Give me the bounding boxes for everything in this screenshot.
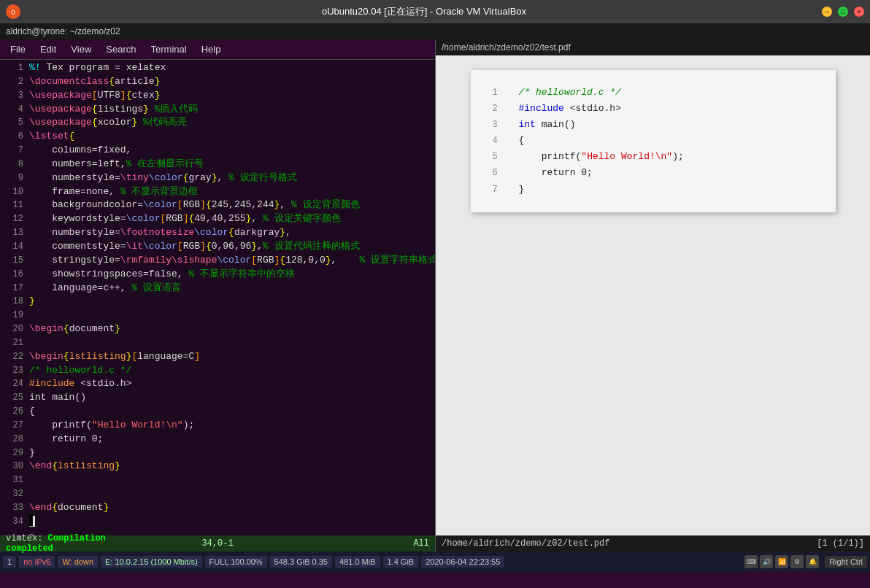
table-row: 22 \begin{lstlisting}[language=C]	[0, 350, 435, 364]
code-lines: 1 %! Tex program = xelatex 2 \documentcl…	[0, 60, 435, 535]
table-row: 13 numberstyle=\footnotesize\color{darkg…	[0, 226, 435, 240]
list-item: 6 return 0;	[493, 165, 814, 181]
table-row: 14 commentstyle=\it\color[RGB]{0,96,96},…	[0, 240, 435, 254]
taskbar-status-swap: 481.0 MiB	[335, 556, 380, 568]
table-row: 30 \end{lstlisting}	[0, 460, 435, 473]
vim-editor-panel: File Edit View Search Terminal Help 1 %!…	[0, 39, 435, 552]
table-row: 6 \lstset{	[0, 130, 435, 144]
pdf-page-indicator: [1 (1/1)]	[817, 538, 864, 549]
vim-statusbar: vimtex: Compilation completed 34,0-1 All	[0, 535, 435, 552]
table-row: 31	[0, 473, 435, 487]
table-row: 3 \usepackage[UTF8]{ctex}	[0, 89, 435, 103]
table-row: 32	[0, 487, 435, 501]
taskbar-right-ctrl: Right Ctrl	[825, 556, 867, 568]
table-row: 27 printf("Hello World!\n");	[0, 419, 435, 433]
taskbar-status-battery: FULL 100.00%	[205, 556, 267, 568]
minimize-button[interactable]: –	[822, 7, 832, 17]
pdf-titlebar: /home/aldrich/zdemo/z02/test.pdf	[436, 39, 870, 55]
menu-edit[interactable]: Edit	[33, 41, 63, 58]
table-row: 18 }	[0, 295, 435, 309]
table-row: 20 \begin{document}	[0, 322, 435, 336]
table-row: 8 numbers=left,% 在左侧显示行号	[0, 158, 435, 171]
table-row: 1 %! Tex program = xelatex	[0, 61, 435, 75]
list-item: 1 /* helloworld.c */	[493, 85, 814, 101]
table-row: 28 return 0;	[0, 433, 435, 446]
app-icon: o	[6, 4, 20, 19]
tray-icon-4[interactable]: ⚙	[790, 555, 804, 568]
taskbar-status-disk: 548.3 GiB 0.35	[270, 556, 332, 568]
table-row: 10 frame=none, % 不显示背景边框	[0, 185, 435, 199]
pdf-viewer-panel: /home/aldrich/zdemo/z02/test.pdf 1 /* he…	[435, 39, 870, 552]
vim-status-center: 34,0-1	[147, 538, 288, 549]
table-row: 33 \end{document}	[0, 501, 435, 515]
table-row: 21	[0, 336, 435, 350]
list-item: 4 {	[493, 133, 814, 149]
list-item: 3 int main()	[493, 117, 814, 133]
table-row: 5 \usepackage{xcolor} %代码高亮	[0, 116, 435, 130]
window-controls: – □ ×	[822, 7, 864, 17]
pdf-statusbar: /home/aldrich/zdemo/z02/test.pdf [1 (1/1…	[436, 535, 870, 552]
table-row: 7 columns=fixed,	[0, 144, 435, 158]
table-row: 24 #include <stdio.h>	[0, 377, 435, 391]
taskbar-status-wifi: W: down	[58, 556, 98, 568]
taskbar-status-eth: E: 10.0.2.15 (1000 Mbit/s)	[101, 556, 202, 568]
tray-icon-2[interactable]: 🔊	[760, 555, 773, 568]
table-row: 9 numberstyle=\tiny\color{gray}, % 设定行号格…	[0, 171, 435, 185]
table-row: 16 showstringspaces=false, % 不显示字符串中的空格	[0, 268, 435, 282]
close-button[interactable]: ×	[854, 7, 864, 17]
taskbar-status-ipv6: no IPv6	[19, 556, 55, 568]
table-row: 29 }	[0, 446, 435, 460]
taskbar-status-mem: 1.4 GiB	[383, 556, 419, 568]
table-row: 4 \usepackage{listings} %插入代码	[0, 103, 435, 117]
table-row: 19	[0, 309, 435, 322]
list-item: 2 #include <stdio.h>	[493, 101, 814, 117]
pdf-content-area: 1 /* helloworld.c */ 2 #include <stdio.h…	[436, 55, 870, 535]
menubar: File Edit View Search Terminal Help	[0, 39, 435, 60]
list-item: 5 printf("Hello World!\n");	[493, 149, 814, 165]
window-title: oUbuntu20.04 [正在运行] - Oracle VM VirtualB…	[26, 5, 822, 18]
vim-status-right: All	[288, 538, 429, 549]
tray-icon-5[interactable]: 🔔	[806, 555, 819, 568]
menu-search[interactable]: Search	[99, 41, 143, 58]
table-row: 23 /* helloworld.c */	[0, 364, 435, 378]
list-item: 7 }	[493, 182, 814, 198]
titlebar: o oUbuntu20.04 [正在运行] - Oracle VM Virtua…	[0, 0, 870, 23]
terminal-path: aldrich@tyrone: ~/zdemo/z02	[6, 26, 120, 36]
table-row: 34 ▋	[0, 515, 435, 529]
menu-view[interactable]: View	[63, 41, 99, 58]
menu-help[interactable]: Help	[194, 41, 228, 58]
table-row: 26 {	[0, 405, 435, 419]
table-row: 12 keywordstyle=\color[RGB]{40,40,255}, …	[0, 212, 435, 226]
pdf-page: 1 /* helloworld.c */ 2 #include <stdio.h…	[471, 70, 836, 212]
table-row: 25 int main()	[0, 391, 435, 405]
taskbar-desktop-num[interactable]: 1	[3, 556, 16, 568]
tray-icon-3[interactable]: 📶	[775, 555, 788, 568]
menu-terminal[interactable]: Terminal	[144, 41, 194, 58]
main-content: File Edit View Search Terminal Help 1 %!…	[0, 39, 870, 552]
terminal-pathbar: aldrich@tyrone: ~/zdemo/z02	[0, 23, 870, 39]
vim-status-left: vimtex: Compilation completed	[6, 533, 147, 554]
tray-icon-1[interactable]: ⌨	[744, 555, 758, 568]
pdf-path-label: /home/aldrich/zdemo/z02/test.pdf	[442, 42, 571, 53]
pdf-status-path: /home/aldrich/zdemo/z02/test.pdf	[442, 538, 609, 549]
table-row: 17 language=c++, % 设置语言	[0, 282, 435, 295]
code-editor-area[interactable]: 1 %! Tex program = xelatex 2 \documentcl…	[0, 60, 435, 535]
table-row: 2 \documentclass{article}	[0, 75, 435, 89]
taskbar: 1 no IPv6 W: down E: 10.0.2.15 (1000 Mbi…	[0, 552, 870, 572]
tray-icons: ⌨ 🔊 📶 ⚙ 🔔	[744, 555, 819, 568]
taskbar-datetime: 2020-06-04 22:23:55	[421, 556, 504, 568]
table-row: 11 backgroundcolor=\color[RGB]{245,245,2…	[0, 198, 435, 212]
menu-file[interactable]: File	[3, 41, 33, 58]
maximize-button[interactable]: □	[838, 7, 848, 17]
table-row: 15 stringstyle=\rmfamily\slshape\color[R…	[0, 254, 435, 268]
